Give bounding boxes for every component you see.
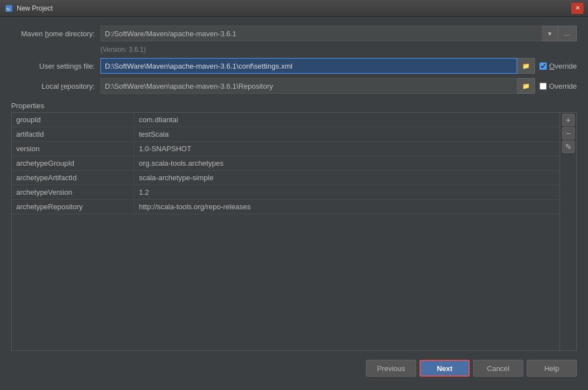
folder-icon: 📁 [522,62,530,70]
properties-actions: + − ✎ [560,113,576,350]
previous-button[interactable]: Previous [366,360,416,377]
maven-home-browse-button[interactable]: ... [558,26,577,41]
table-row[interactable]: artifactId testScala [12,127,560,142]
maven-home-label: Maven home directory: [11,30,100,38]
maven-home-input-group: ▼ ... [100,26,577,41]
user-settings-override-checkbox[interactable] [539,62,547,70]
prop-key: archetypeVersion [12,186,134,199]
properties-table: groupId com.dtiantai artifactId testScal… [12,113,560,350]
table-row[interactable]: version 1.0-SNAPSHOT [12,142,560,156]
prop-key: archetypeRepository [12,200,134,213]
local-repo-browse-button[interactable]: 📁 [517,78,535,94]
local-repo-override-label: Override [549,82,577,90]
ellipsis-icon: ... [564,30,570,37]
prop-key: version [12,142,134,155]
cancel-button[interactable]: Cancel [473,360,523,377]
user-settings-input-group: 📁 [100,58,535,74]
folder-icon: 📁 [522,83,530,90]
prop-key: groupId [12,113,134,126]
table-row[interactable]: groupId com.dtiantai [12,113,560,127]
user-settings-override-wrap: Override [539,62,577,70]
svg-text:N: N [7,6,10,11]
user-settings-override-label: Override [549,62,577,70]
properties-section-label: Properties [11,102,577,110]
chevron-down-icon: ▼ [547,31,553,37]
prop-value: 1.0-SNAPSHOT [134,142,196,155]
local-repo-input-group: 📁 [100,78,535,94]
local-repo-label: Local repository: [11,82,100,90]
user-settings-browse-button[interactable]: 📁 [517,58,535,74]
window-title: New Project [17,4,571,12]
local-repo-input[interactable] [100,78,517,94]
maven-home-input[interactable] [100,26,542,41]
prop-key: archetypeArtifactId [12,171,134,184]
local-repo-row: Local repository: 📁 Override [11,78,577,94]
prop-key: archetypeGroupId [12,157,134,170]
app-icon: N [4,4,13,13]
next-button[interactable]: Next [420,360,470,377]
user-settings-label: User settings file: [11,62,100,70]
dialog-body: Maven home directory: ▼ ... (Version: 3.… [0,17,588,390]
prop-value: 1.2 [134,186,153,199]
local-repo-override-checkbox[interactable] [539,83,547,90]
prop-key: artifactId [12,128,134,141]
prop-value: testScala [134,128,173,141]
table-row[interactable]: archetypeVersion 1.2 [12,185,560,200]
title-bar: N New Project ✕ [0,0,588,17]
add-property-button[interactable]: + [562,114,575,126]
table-row[interactable]: archetypeGroupId org.scala-tools.archety… [12,156,560,171]
edit-property-button[interactable]: ✎ [562,141,575,153]
properties-container: groupId com.dtiantai artifactId testScal… [11,112,577,351]
version-text: (Version: 3.6.1) [100,46,577,54]
maven-home-dropdown-button[interactable]: ▼ [542,26,558,41]
remove-property-button[interactable]: − [562,127,575,139]
footer: Previous Next Cancel Help [11,358,577,381]
help-button[interactable]: Help [527,360,577,377]
table-row[interactable]: archetypeArtifactId scala-archetype-simp… [12,171,560,185]
prop-value: http://scala-tools.org/repo-releases [134,200,255,213]
table-row[interactable]: archetypeRepository http://scala-tools.o… [12,200,560,214]
prop-value: com.dtiantai [134,113,182,126]
close-button[interactable]: ✕ [571,3,584,14]
user-settings-row: User settings file: 📁 Override [11,58,577,74]
local-repo-override-wrap: Override [539,82,577,90]
maven-home-row: Maven home directory: ▼ ... [11,26,577,41]
user-settings-input[interactable] [100,58,517,74]
prop-value: org.scala-tools.archetypes [134,157,228,170]
prop-value: scala-archetype-simple [134,171,218,184]
